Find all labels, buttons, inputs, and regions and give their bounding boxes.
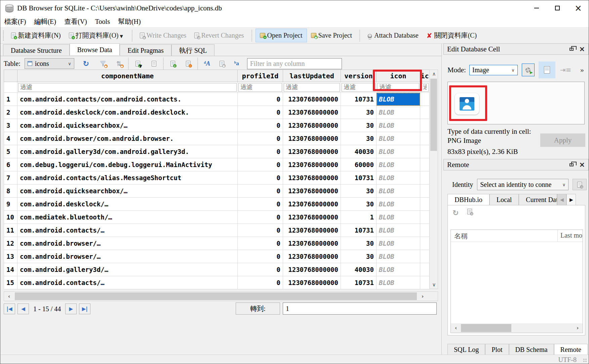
- cell-partial[interactable]: [420, 119, 430, 132]
- cell-version[interactable]: 30: [341, 250, 377, 263]
- cell-componentName[interactable]: com.android.deskclock/…: [17, 198, 238, 211]
- cell-lastUpdated[interactable]: 1230768000000: [283, 250, 341, 263]
- tab-database-structure[interactable]: Database Structure: [3, 44, 70, 56]
- vertical-scrollbar[interactable]: ∧ ∨: [429, 70, 438, 289]
- mode-select[interactable]: Image ∨: [469, 65, 518, 75]
- cell-version[interactable]: 60000: [341, 158, 377, 171]
- row-number[interactable]: 5: [4, 145, 17, 158]
- clear-sorting-button[interactable]: ⇅●: [113, 58, 125, 69]
- corner-header[interactable]: [4, 70, 17, 82]
- tab-current-database[interactable]: Current Dat: [519, 194, 557, 205]
- cell-icon[interactable]: BLOB: [377, 171, 420, 185]
- maximize-button[interactable]: [547, 0, 568, 16]
- column-header-componentName[interactable]: componentName: [17, 70, 238, 82]
- cell-profileId[interactable]: 0: [238, 211, 283, 224]
- replace-button[interactable]: ᵇa: [231, 58, 242, 69]
- cell-profileId[interactable]: 0: [238, 224, 283, 237]
- cell-componentName[interactable]: com.android.contacts/…: [17, 276, 238, 289]
- scroll-down-icon[interactable]: ∨: [430, 281, 438, 289]
- filter-cell-componentName[interactable]: [17, 82, 238, 93]
- format-toolbar-button[interactable]: ⁴A: [201, 58, 213, 69]
- row-number[interactable]: 12: [4, 237, 17, 250]
- scroll-left-icon[interactable]: ‹: [4, 292, 14, 301]
- remote-list-header-lastmodified[interactable]: Last mo: [558, 230, 583, 242]
- cell-profileId[interactable]: 0: [238, 132, 283, 145]
- cell-lastUpdated[interactable]: 1230768000000: [283, 145, 341, 158]
- row-number[interactable]: 6: [4, 158, 17, 171]
- tab-scroll-right-icon[interactable]: ▶: [566, 194, 576, 205]
- cell-componentName[interactable]: com.mediatek.bluetooth/…: [17, 211, 238, 224]
- resize-grip[interactable]: [583, 359, 587, 363]
- cell-componentName[interactable]: com.android.quicksearchbox/…: [17, 119, 238, 132]
- cell-lastUpdated[interactable]: 1230768000000: [283, 224, 341, 237]
- cell-icon[interactable]: BLOB: [377, 158, 420, 171]
- goto-button[interactable]: 轉到:: [236, 302, 280, 315]
- print-button[interactable]: [148, 58, 160, 69]
- row-number[interactable]: 1: [4, 93, 17, 106]
- row-number[interactable]: 14: [4, 263, 17, 276]
- tab-browse-data[interactable]: Browse Data: [70, 43, 120, 55]
- toolbar-drag-handle[interactable]: [3, 31, 5, 41]
- cell-version[interactable]: 30: [341, 237, 377, 250]
- cell-icon[interactable]: BLOB: [377, 276, 420, 289]
- cell-lastUpdated[interactable]: 1230768000000: [283, 171, 341, 185]
- cell-version[interactable]: 40030: [341, 263, 377, 276]
- menu-view[interactable]: 查看(V): [60, 16, 91, 27]
- cell-version[interactable]: 30: [341, 106, 377, 119]
- row-number[interactable]: 10: [4, 211, 17, 224]
- refresh-button[interactable]: ↻: [80, 58, 92, 69]
- cell-partial[interactable]: [420, 263, 430, 276]
- cell-icon[interactable]: BLOB: [377, 211, 420, 224]
- cell-icon[interactable]: BLOB: [377, 263, 420, 276]
- cell-version[interactable]: 10731: [341, 276, 377, 289]
- vertical-scrollbar-thumb[interactable]: [430, 79, 437, 151]
- cell-profileId[interactable]: 0: [238, 158, 283, 171]
- scrollbar-thumb[interactable]: [461, 324, 511, 332]
- cell-componentName[interactable]: com.debug.loggerui/com.debug.loggerui.Ma…: [17, 158, 238, 171]
- cell-lastUpdated[interactable]: 1230768000000: [283, 276, 341, 289]
- cell-componentName[interactable]: com.android.browser/com.android.browser.: [17, 132, 238, 145]
- filter-cell-profileId[interactable]: [238, 82, 283, 93]
- tab-edit-pragmas[interactable]: Edit Pragmas: [120, 44, 171, 56]
- close-button[interactable]: ×: [568, 0, 589, 16]
- minimize-button[interactable]: [526, 0, 547, 16]
- cell-icon[interactable]: BLOB: [377, 185, 420, 198]
- cell-version[interactable]: 10731: [341, 93, 377, 106]
- cell-partial[interactable]: [420, 185, 430, 198]
- auto-format-icon[interactable]: ⇥≡: [560, 66, 572, 74]
- cell-componentName[interactable]: com.android.deskclock/com.android.deskcl…: [17, 106, 238, 119]
- cell-profileId[interactable]: 0: [238, 237, 283, 250]
- filter-input[interactable]: [18, 83, 237, 92]
- table-select[interactable]: icons ∨: [25, 58, 74, 69]
- cell-partial[interactable]: [420, 224, 430, 237]
- cell-profileId[interactable]: 0: [238, 119, 283, 132]
- cell-version[interactable]: 30: [341, 132, 377, 145]
- cell-componentName[interactable]: com.android.contacts/…: [17, 224, 238, 237]
- cell-profileId[interactable]: 0: [238, 93, 283, 106]
- menu-tools[interactable]: Tools: [91, 17, 114, 26]
- menu-edit[interactable]: 編輯(E): [30, 16, 60, 27]
- cell-partial[interactable]: [420, 211, 430, 224]
- cell-lastUpdated[interactable]: 1230768000000: [283, 237, 341, 250]
- cell-componentName[interactable]: com.android.quicksearchbox/…: [17, 185, 238, 198]
- encoding-indicator[interactable]: UTF-8: [558, 356, 577, 364]
- cell-version[interactable]: 10731: [341, 171, 377, 185]
- close-database-button[interactable]: ✘ 關閉資料庫(C): [423, 28, 481, 43]
- filter-any-column-input[interactable]: [247, 58, 342, 69]
- remote-list-scrollbar[interactable]: ‹ ›: [451, 323, 583, 333]
- more-tools-icon[interactable]: »: [580, 66, 584, 74]
- cell-icon[interactable]: BLOB: [377, 198, 420, 211]
- attach-database-button[interactable]: Attach Database: [363, 29, 423, 42]
- import-data-button[interactable]: ▶: [522, 64, 535, 76]
- cell-componentName[interactable]: com.android.browser/…: [17, 237, 238, 250]
- cell-icon[interactable]: BLOB: [377, 145, 420, 158]
- row-number[interactable]: 11: [4, 224, 17, 237]
- find-in-table-button[interactable]: ●: [216, 58, 228, 69]
- row-number[interactable]: 3: [4, 119, 17, 132]
- float-panel-icon[interactable]: [570, 48, 574, 51]
- column-header-version[interactable]: version: [341, 70, 377, 82]
- cell-componentName[interactable]: com.android.contacts/com.android.contact…: [17, 93, 238, 106]
- cell-version[interactable]: 1: [341, 211, 377, 224]
- remote-database-list[interactable]: 名稱 Last mo ‹ ›: [450, 230, 583, 333]
- cell-lastUpdated[interactable]: 1230768000000: [283, 158, 341, 171]
